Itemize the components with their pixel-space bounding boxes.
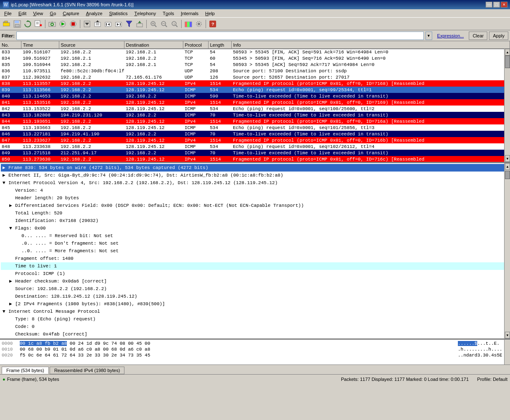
filter-input[interactable] — [16, 32, 424, 40]
hex-scrollbar[interactable] — [504, 340, 510, 365]
packet-list-scrollbar[interactable]: ▲ ▼ — [504, 49, 510, 162]
scroll-down-button[interactable] — [82, 19, 92, 29]
menu-capture[interactable]: Capture — [59, 9, 82, 17]
col-no: No. — [0, 41, 21, 49]
apply-button[interactable]: Apply — [489, 32, 508, 40]
prev-button[interactable] — [103, 19, 113, 29]
detail-row[interactable]: Header length: 20 bytes — [1, 194, 509, 202]
zoom-reset-button[interactable]: 1 — [169, 19, 180, 29]
detail-row[interactable]: ▶ Header checksum: 0x0da6 [correct] — [1, 277, 509, 285]
packet-scrollbar-down[interactable]: ▼ — [505, 155, 510, 162]
table-row[interactable]: 847113.233627192.168.2.2128.119.245.12IP… — [0, 137, 510, 143]
prefs-button[interactable] — [194, 19, 204, 29]
next-button[interactable] — [114, 19, 124, 29]
table-row[interactable]: 833109.516107192.168.2.2192.168.2.1TCP54… — [0, 49, 510, 55]
detail-row[interactable]: ▼ Flags: 0x00 — [1, 225, 509, 232]
table-row[interactable]: 850113.273630192.168.2.2128.119.245.12IP… — [0, 156, 510, 162]
table-row[interactable]: 845113.193663192.168.2.2128.119.245.12IC… — [0, 124, 510, 131]
table-cell: 192.168.2.1 — [124, 49, 183, 55]
detail-row[interactable]: Protocol: ICMP (1) — [1, 270, 509, 277]
detail-scrollbar[interactable]: ▲ ▼ — [504, 163, 510, 338]
expand-icon[interactable]: ▶ — [3, 164, 8, 171]
table-row[interactable]: 840113.114653192.168.2.2192.168.2.2ICMP5… — [0, 93, 510, 99]
menu-statistics[interactable]: Statistics — [106, 9, 131, 17]
expand-icon[interactable]: ▶ — [3, 172, 8, 179]
open-button[interactable] — [2, 19, 12, 29]
tab-item[interactable]: Frame (534 bytes) — [2, 367, 49, 374]
maximize-button[interactable]: □ — [493, 2, 500, 8]
help-button[interactable]: ? — [208, 19, 218, 29]
capture-options-button[interactable] — [47, 19, 57, 29]
table-row[interactable]: 839113.113566192.168.2.2128.119.245.12IC… — [0, 87, 510, 93]
expand-icon[interactable]: ▼ — [3, 180, 8, 186]
clear-button[interactable]: Clear — [469, 32, 487, 40]
menu-help[interactable]: Help — [202, 9, 218, 17]
menu-analyze[interactable]: Analyze — [82, 9, 106, 17]
table-row[interactable]: 837112.392632192.168.2.272.165.61.176UDP… — [0, 74, 510, 80]
detail-row[interactable]: ▼ Internet Protocol Version 4, Src: 192.… — [1, 179, 509, 187]
detail-row[interactable]: Fragment offset: 1480 — [1, 255, 509, 262]
close-button[interactable]: ✕ — [501, 2, 507, 8]
expand-icon[interactable]: ▶ — [9, 301, 15, 307]
table-row[interactable]: 842113.153522192.168.2.2128.119.245.12IC… — [0, 106, 510, 112]
table-row[interactable]: 849113.271518212.251.94.17192.168.2.2ICM… — [0, 150, 510, 156]
close-file-button[interactable] — [33, 19, 43, 29]
capture-filter-button[interactable] — [124, 19, 134, 29]
menu-go[interactable]: Go — [47, 9, 60, 17]
filter-dropdown-button[interactable]: ▼ — [425, 32, 432, 40]
detail-row[interactable]: .0.. .... = Don't fragment: Not set — [1, 240, 509, 247]
reload-button[interactable] — [23, 19, 33, 29]
detail-row[interactable]: Time to live: 1 — [1, 262, 509, 270]
table-cell: 192.168.2.2 — [59, 80, 124, 87]
table-row[interactable]: 834109.516927192.168.2.1192.168.2.2TCP60… — [0, 55, 510, 61]
detail-row[interactable]: ..0. .... = More fragments: Not set — [1, 247, 509, 255]
detail-row[interactable]: Version: 4 — [1, 187, 509, 194]
menu-tools[interactable]: Tools — [159, 9, 177, 17]
go-to-button[interactable] — [92, 19, 103, 29]
tab-item[interactable]: Reassembled IPv4 (1980 bytes) — [50, 367, 125, 374]
table-row[interactable]: 848113.233638192.168.2.2128.119.245.12IC… — [0, 143, 510, 150]
expand-icon[interactable]: ▶ — [9, 278, 15, 285]
start-capture-button[interactable] — [58, 19, 68, 29]
detail-row[interactable]: ▶ [2 IPv4 Fragments (1980 bytes): #838(1… — [1, 300, 509, 308]
table-cell: Echo (ping) request id=0x0001, seq=100/2… — [231, 106, 510, 112]
table-row[interactable]: 838113.113557192.168.2.2128.119.245.12IP… — [0, 80, 510, 87]
expand-icon[interactable]: ▶ — [9, 202, 15, 209]
detail-row[interactable]: Source: 192.168.2.2 (192.168.2.2) — [1, 285, 509, 293]
detail-row[interactable]: Checksum: 0x4fab [correct] — [1, 330, 509, 338]
svg-marker-19 — [61, 22, 65, 26]
zoom-in-button[interactable] — [148, 19, 159, 29]
menu-edit[interactable]: Edit — [15, 9, 30, 17]
table-row[interactable]: 841113.153516192.168.2.2128.119.245.12IP… — [0, 99, 510, 106]
expand-icon[interactable]: ▼ — [9, 225, 15, 232]
table-cell: 113.153516 — [21, 99, 59, 106]
detail-row[interactable]: ▼ Internet Control Message Protocol — [1, 308, 509, 315]
menu-file[interactable]: File — [1, 9, 15, 17]
menu-telephony[interactable]: Telephony — [131, 9, 159, 17]
save-button[interactable] — [12, 19, 22, 29]
table-row[interactable]: 844113.193651192.168.2.2128.119.245.12IP… — [0, 118, 510, 124]
detail-row[interactable]: 0... .... = Reserved bit: Not set — [1, 232, 509, 240]
colorize-button[interactable] — [183, 19, 193, 29]
zoom-out-button[interactable] — [159, 19, 169, 29]
detail-row[interactable]: ▶ Frame 839: 534 bytes on wire (4272 bit… — [1, 164, 509, 172]
detail-row[interactable]: Type: 8 (Echo (ping) request) — [1, 315, 509, 323]
export-button[interactable] — [135, 19, 145, 29]
table-row[interactable]: 835109.516944192.168.2.2192.168.2.1TCP54… — [0, 61, 510, 68]
table-row[interactable]: 846113.227181194.219.41.190192.168.2.2IC… — [0, 131, 510, 137]
detail-row[interactable]: Total Length: 520 — [1, 209, 509, 217]
expand-icon[interactable]: ▼ — [3, 308, 8, 315]
detail-row[interactable]: Identification: 0x7168 (29032) — [1, 217, 509, 225]
menu-view[interactable]: View — [30, 9, 47, 17]
detail-row[interactable]: Destination: 128.119.245.12 (128.119.245… — [1, 293, 509, 300]
expression-button[interactable]: Expression... — [434, 32, 468, 40]
table-cell: 841 — [0, 99, 21, 106]
detail-row[interactable]: ▶ Ethernet II, Src: Giga-Byt_d9:9c:74 (0… — [1, 172, 509, 179]
detail-row[interactable]: Code: 0 — [1, 323, 509, 330]
stop-capture-button[interactable] — [68, 19, 78, 29]
table-row[interactable]: 836110.973511fe80::5c2c:30db:f0c4:lff02:… — [0, 68, 510, 74]
minimize-button[interactable]: — — [486, 2, 492, 8]
detail-row[interactable]: ▶ Differentiated Services Field: 0x00 (D… — [1, 202, 509, 209]
menu-internals[interactable]: Internals — [177, 9, 202, 17]
table-row[interactable]: 843113.182808194.219.231.120192.168.2.2I… — [0, 112, 510, 118]
